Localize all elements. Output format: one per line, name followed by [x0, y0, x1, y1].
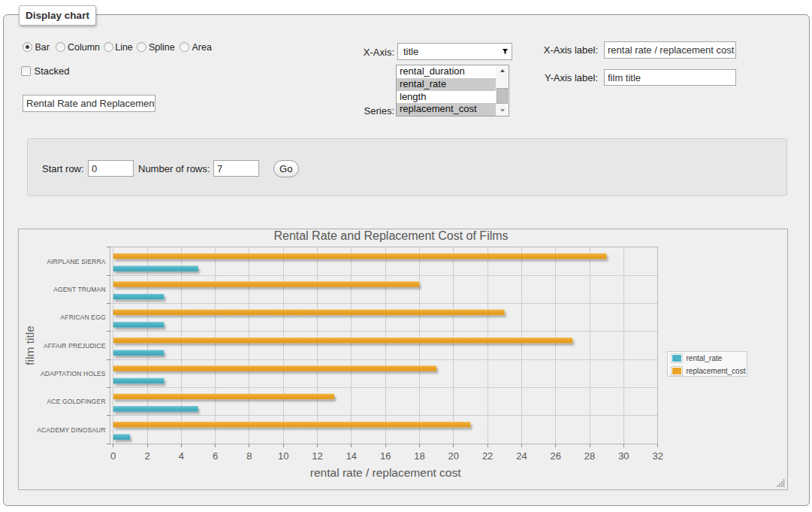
svg-text:14: 14 [346, 450, 357, 462]
svg-text:16: 16 [380, 450, 391, 462]
svg-text:2: 2 [144, 450, 149, 462]
svg-text:rental rate / replacement cost: rental rate / replacement cost [310, 466, 461, 479]
svg-text:26: 26 [551, 450, 561, 462]
svg-text:8: 8 [246, 450, 252, 462]
svg-text:film title: film title [23, 326, 36, 365]
svg-text:18: 18 [414, 450, 424, 462]
svg-text:20: 20 [448, 450, 459, 462]
svg-text:28: 28 [584, 450, 595, 462]
svg-text:AFFAIR PREJUDICE: AFFAIR PREJUDICE [44, 342, 106, 350]
svg-text:AFRICAN EGG: AFRICAN EGG [60, 314, 105, 321]
svg-text:ACE GOLDFINGER: ACE GOLDFINGER [47, 398, 106, 405]
svg-text:4: 4 [179, 450, 184, 462]
svg-text:ACADEMY DINOSAUR: ACADEMY DINOSAUR [37, 426, 106, 434]
svg-text:0: 0 [110, 450, 116, 462]
svg-text:30: 30 [618, 450, 629, 462]
svg-text:12: 12 [312, 450, 322, 462]
svg-text:22: 22 [482, 450, 493, 462]
svg-text:AIRPLANE SIERRA: AIRPLANE SIERRA [47, 258, 105, 265]
svg-text:10: 10 [278, 450, 288, 462]
svg-text:24: 24 [516, 450, 527, 462]
svg-text:32: 32 [652, 450, 663, 462]
svg-text:ADAPTATION HOLES: ADAPTATION HOLES [41, 370, 106, 377]
svg-text:AGENT TRUMAN: AGENT TRUMAN [53, 286, 106, 293]
svg-text:6: 6 [213, 450, 218, 462]
